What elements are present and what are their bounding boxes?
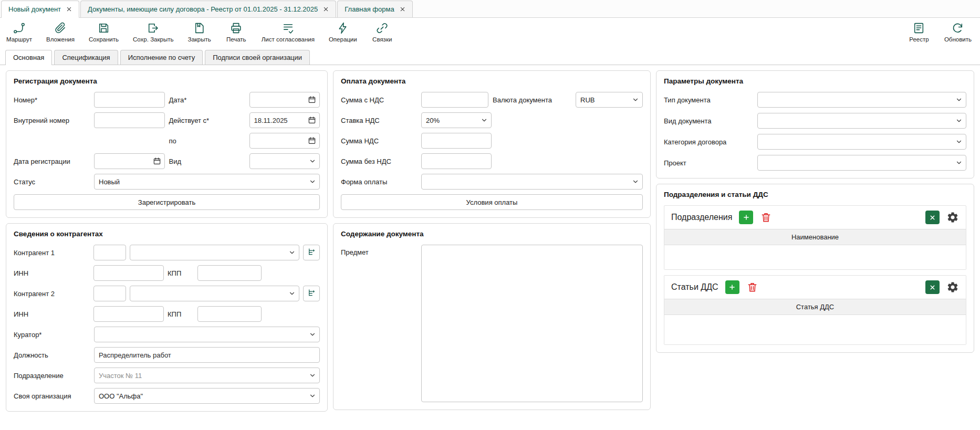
window-tab-registry[interactable]: Документы, имеющие силу договора - Реест… (80, 1, 336, 17)
close-tab-icon[interactable] (400, 6, 405, 12)
chevron-down-icon (309, 178, 316, 185)
column-right: Параметры документа Тип документа Вид до… (656, 70, 974, 353)
register-button[interactable]: Зарегистрировать (14, 194, 320, 210)
column-middle: Оплата документа Сумма с НДС Валюта доку… (333, 70, 651, 410)
contract-category-label: Категория договора (664, 138, 753, 146)
save-button[interactable]: Сохранить (89, 22, 119, 43)
window-tab-label: Новый документ (8, 5, 61, 13)
currency-select[interactable]: RUB (576, 92, 643, 108)
number-label: Номер* (14, 96, 90, 104)
approval-sheet-button[interactable]: Лист согласования (262, 22, 315, 43)
payment-form-select[interactable] (421, 174, 643, 190)
add-row-button[interactable] (739, 211, 753, 224)
counterparty2-select[interactable] (130, 286, 299, 301)
settings-gear-icon[interactable] (946, 281, 959, 293)
inn1-input[interactable] (93, 265, 164, 281)
counterparty2-tree-button[interactable] (303, 286, 320, 301)
panel-title: Сведения о контрагентах (14, 230, 320, 238)
amount-with-vat-input[interactable] (421, 92, 488, 108)
calendar-icon[interactable] (308, 96, 316, 104)
toolbar-label: Вложения (46, 36, 75, 43)
tab-own-org-signatures[interactable]: Подписи своей организации (205, 50, 310, 65)
toolbar-label: Закрыть (187, 36, 211, 43)
panel-title: Содержание документа (341, 230, 643, 238)
doc-kind-label: Вид документа (664, 117, 753, 125)
select-value: ООО "Альфа" (99, 392, 143, 400)
counterparty1-tree-button[interactable] (303, 245, 320, 260)
registration-date-field (94, 153, 165, 169)
vat-rate-select[interactable]: 20% (421, 112, 492, 128)
tab-specification[interactable]: Спецификация (54, 50, 118, 65)
calendar-icon[interactable] (308, 137, 316, 145)
calendar-icon[interactable] (308, 116, 316, 124)
excel-export-button[interactable] (925, 280, 940, 294)
attachments-button[interactable]: Вложения (46, 22, 75, 43)
close-tab-icon[interactable] (66, 6, 72, 12)
valid-from-field (249, 112, 320, 128)
curator-select[interactable] (94, 327, 320, 342)
links-button[interactable]: Связки (371, 22, 393, 43)
registry-button[interactable]: Реестр (908, 22, 930, 43)
curator-label: Куратор* (14, 331, 90, 339)
status-select[interactable]: Новый (94, 174, 320, 190)
print-button[interactable]: Печать (225, 22, 247, 43)
doc-type-select[interactable] (757, 92, 966, 108)
toolbar-label: Сохр. Закрыть (133, 36, 173, 43)
close-tab-icon[interactable] (323, 6, 329, 12)
inn2-input[interactable] (93, 306, 164, 322)
dds-articles-section: Статьи ДДС Статья ДДС (664, 275, 966, 345)
save-and-close-button[interactable]: Сохр. Закрыть (133, 22, 173, 43)
inn2-label: ИНН (14, 310, 90, 318)
tab-main[interactable]: Основная (5, 50, 52, 65)
settings-gear-icon[interactable] (946, 211, 959, 224)
lightning-icon (336, 22, 349, 35)
counterparty1-label: Контрагент 1 (14, 249, 90, 257)
department-select[interactable]: Участок № 11 (94, 368, 320, 383)
tab-invoice-execution[interactable]: Исполнение по счету (120, 50, 203, 65)
column-header: Статья ДДС (664, 299, 966, 315)
counterparty1-select[interactable] (130, 245, 299, 260)
internal-number-input[interactable] (94, 112, 165, 128)
vat-amount-input[interactable] (421, 133, 492, 149)
amount-without-vat-input[interactable] (421, 153, 492, 169)
close-button[interactable]: Закрыть (187, 22, 211, 43)
contract-category-select[interactable] (757, 134, 966, 150)
project-select[interactable] (757, 155, 966, 171)
toolbar-label: Связки (372, 36, 392, 43)
doc-kind-select[interactable] (757, 113, 966, 129)
subdivisions-table-body[interactable] (664, 245, 966, 269)
delete-row-button[interactable] (746, 281, 758, 293)
route-button[interactable]: Маршрут (6, 22, 32, 43)
counterparty2-code-input[interactable] (93, 286, 126, 301)
attachment-icon (54, 22, 67, 35)
counterparty1-code-input[interactable] (93, 245, 126, 260)
kpp2-input[interactable] (197, 306, 262, 322)
toolbar: Маршрут Вложения Сохранить Сохр. Закрыть… (0, 18, 980, 50)
position-input[interactable] (94, 347, 320, 363)
section-title: Статьи ДДС (671, 282, 718, 292)
calendar-icon[interactable] (153, 157, 161, 165)
payment-terms-button[interactable]: Условия оплаты (341, 194, 643, 210)
number-input[interactable] (94, 92, 165, 108)
kpp1-input[interactable] (197, 265, 262, 281)
window-tab-main-form[interactable]: Главная форма (337, 1, 412, 17)
excel-export-button[interactable] (925, 211, 940, 224)
internal-number-label: Внутрений номер (14, 117, 90, 124)
chevron-down-icon (955, 117, 963, 124)
add-row-button[interactable] (725, 280, 739, 294)
kind-select[interactable] (249, 153, 320, 169)
refresh-button[interactable]: Обновить (944, 22, 972, 43)
own-organization-select[interactable]: ООО "Альфа" (94, 388, 320, 404)
project-label: Проект (664, 159, 753, 167)
window-tab-new-document[interactable]: Новый документ (1, 1, 79, 17)
status-label: Статус (14, 178, 90, 186)
toolbar-label: Реестр (909, 36, 929, 43)
inn1-label: ИНН (14, 269, 90, 277)
subject-textarea[interactable] (421, 245, 643, 402)
dds-articles-table-body[interactable] (664, 315, 966, 344)
toolbar-label: Обновить (944, 36, 972, 43)
operations-button[interactable]: Операции (329, 22, 357, 43)
toolbar-label: Сохранить (89, 36, 119, 43)
department-label: Подразделение (14, 372, 90, 380)
delete-row-button[interactable] (760, 212, 772, 224)
